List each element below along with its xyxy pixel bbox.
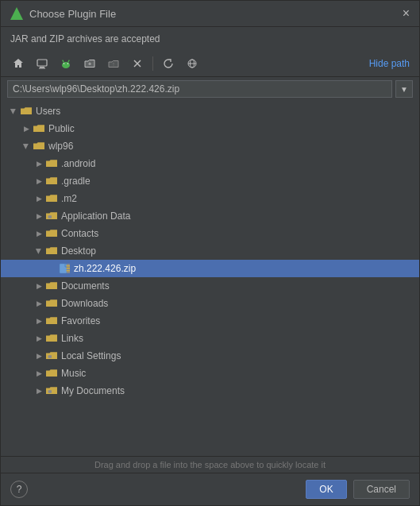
- expand-arrow: ▶: [33, 157, 45, 170]
- tree-item[interactable]: ▶ Desktop: [1, 242, 419, 260]
- folder-special-icon: [45, 350, 58, 362]
- ok-button[interactable]: OK: [306, 480, 346, 499]
- folder-icon: [45, 332, 58, 345]
- tree-item[interactable]: ▶ .m2: [1, 190, 419, 207]
- svg-rect-20: [67, 270, 71, 272]
- tree-item[interactable]: ▶ .gradle: [1, 172, 419, 190]
- item-label: wlp96: [48, 141, 73, 152]
- tree-item[interactable]: ▶ Contacts: [1, 225, 419, 242]
- expand-arrow: ▶: [33, 280, 45, 292]
- item-label: Links: [61, 333, 83, 344]
- folder-icon: [45, 367, 58, 380]
- expand-arrow: ▶: [33, 332, 45, 345]
- title-bar: Choose Plugin File ×: [1, 1, 419, 27]
- toolbar-separator: [152, 56, 153, 71]
- expand-arrow: ▶: [33, 315, 45, 327]
- expand-arrow: ▶: [33, 384, 45, 397]
- dialog: Choose Plugin File × JAR and ZIP archive…: [0, 0, 420, 506]
- path-bar: ▼: [1, 77, 419, 101]
- folder-icon: [20, 105, 33, 118]
- svg-rect-18: [67, 265, 71, 267]
- tree-item[interactable]: ▶ Application Data: [1, 207, 419, 225]
- file-tree[interactable]: ▶ Users ▶ Public ▶: [1, 101, 419, 456]
- tree-item[interactable]: ▶ My Documents: [1, 382, 419, 400]
- tree-item[interactable]: ▶ Links: [1, 330, 419, 347]
- refresh-button[interactable]: [157, 54, 179, 73]
- expand-arrow: ▶: [7, 105, 20, 118]
- folder-icon: [45, 175, 58, 187]
- svg-rect-0: [37, 60, 47, 66]
- item-label: Music: [61, 368, 86, 379]
- folder-icon: [33, 140, 45, 153]
- toolbar: + ↑: [1, 51, 419, 77]
- expand-arrow: ▶: [33, 192, 45, 205]
- folder-icon: [33, 122, 45, 135]
- home-button[interactable]: [7, 54, 29, 73]
- item-label: .gradle: [61, 176, 91, 187]
- tree-item[interactable]: ▶ Downloads: [1, 295, 419, 312]
- tree-item[interactable]: ▶ Users: [1, 102, 419, 120]
- svg-line-6: [63, 60, 64, 62]
- svg-point-5: [67, 63, 68, 64]
- folder-up-button[interactable]: ↑: [102, 54, 125, 73]
- path-input[interactable]: [7, 80, 392, 98]
- item-label: Downloads: [61, 298, 108, 309]
- svg-point-4: [64, 63, 64, 64]
- tree-item[interactable]: ▶ Documents: [1, 277, 419, 295]
- item-label: Public: [48, 123, 75, 134]
- hide-path-button[interactable]: Hide path: [366, 56, 413, 71]
- svg-line-7: [68, 60, 69, 62]
- drag-hint: Drag and drop a file into the space abov…: [1, 456, 419, 473]
- tree-item-selected[interactable]: zh.222.426.zip: [1, 260, 419, 277]
- folder-icon: [45, 192, 58, 205]
- item-label: Local Settings: [61, 350, 121, 361]
- item-label: .android: [61, 158, 95, 169]
- expand-arrow: ▶: [33, 210, 45, 222]
- svg-rect-22: [48, 390, 52, 393]
- item-label: .m2: [61, 193, 77, 204]
- folder-special-icon: [45, 210, 58, 222]
- item-label: Desktop: [61, 245, 96, 257]
- folder-icon: [45, 280, 58, 292]
- svg-rect-1: [40, 67, 44, 68]
- android-small-button[interactable]: [55, 54, 77, 73]
- network-button[interactable]: [181, 54, 203, 73]
- svg-point-3: [62, 62, 70, 68]
- tree-item[interactable]: ▶ .android: [1, 155, 419, 172]
- expand-arrow: ▶: [20, 140, 33, 153]
- folder-special-icon: [45, 384, 58, 397]
- tree-item[interactable]: ▶ Public: [1, 120, 419, 137]
- tree-item[interactable]: ▶ Favorites: [1, 312, 419, 330]
- computer-button[interactable]: [31, 54, 53, 73]
- svg-rect-16: [60, 264, 67, 273]
- expand-arrow: ▶: [33, 245, 45, 257]
- tree-item[interactable]: ▶ Music: [1, 365, 419, 382]
- cancel-button[interactable]: Cancel: [353, 480, 410, 499]
- svg-text:↑: ↑: [112, 61, 115, 67]
- title-bar-left: Choose Plugin File: [10, 7, 116, 20]
- zip-file-icon: [58, 262, 71, 275]
- item-label: zh.222.426.zip: [74, 263, 136, 274]
- expand-arrow: ▶: [33, 297, 45, 310]
- folder-icon: [45, 245, 58, 257]
- expand-arrow: ▶: [33, 175, 45, 187]
- svg-rect-21: [48, 355, 52, 358]
- item-label: Contacts: [61, 228, 98, 239]
- close-button[interactable]: ×: [403, 7, 410, 20]
- item-label: My Documents: [61, 385, 125, 396]
- help-button[interactable]: ?: [10, 481, 28, 498]
- svg-text:+: +: [88, 61, 91, 67]
- folder-icon: [45, 297, 58, 310]
- expand-arrow: ▶: [33, 227, 45, 240]
- delete-button[interactable]: [126, 54, 148, 73]
- svg-rect-19: [67, 268, 71, 269]
- folder-icon: [45, 157, 58, 170]
- folder-new-button[interactable]: +: [79, 54, 101, 73]
- item-label: Users: [36, 106, 60, 117]
- tree-item[interactable]: ▶ Local Settings: [1, 347, 419, 365]
- tree-item[interactable]: ▶ wlp96: [1, 137, 419, 155]
- item-label: Documents: [61, 280, 110, 292]
- folder-icon: [45, 227, 58, 240]
- expand-arrow: ▶: [20, 122, 33, 135]
- path-dropdown-button[interactable]: ▼: [395, 80, 413, 98]
